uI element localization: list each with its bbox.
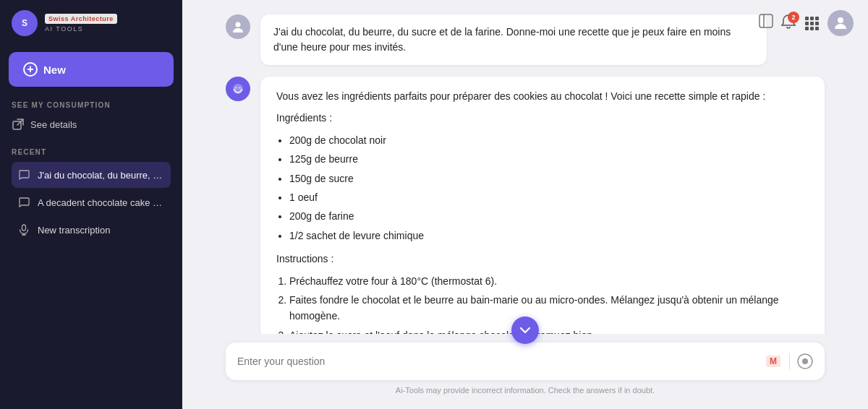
user-avatar[interactable] xyxy=(827,10,854,36)
user-message-bubble: J'ai du chocolat, du beurre, du sucre et… xyxy=(260,14,767,65)
user-avatar-chat xyxy=(226,14,250,39)
brand-block: Swiss Architecture AI TOOLS xyxy=(45,14,117,33)
see-details-label: See details xyxy=(30,119,77,130)
ingredient-5: 200g de farine xyxy=(289,208,809,224)
input-divider xyxy=(789,353,790,369)
external-link-icon xyxy=(12,118,25,131)
grid-icon xyxy=(805,17,819,30)
svg-point-8 xyxy=(236,22,241,27)
disclaimer-text: Ai-Tools may provide incorrect informati… xyxy=(226,386,825,395)
recent-item-3[interactable]: New transcription xyxy=(12,217,171,243)
sidebar: S Swiss Architecture AI TOOLS + New SEE … xyxy=(0,0,182,409)
recent-item-label-2: A decadent chocolate cake o... xyxy=(38,197,165,208)
user-message-text: J'ai du chocolat, du beurre, du sucre et… xyxy=(273,26,731,53)
recent-item-label-3: New transcription xyxy=(38,225,110,236)
svg-line-3 xyxy=(17,120,23,126)
ingredient-3: 150g de sucre xyxy=(289,171,809,186)
brand-name: Swiss Architecture xyxy=(45,14,117,25)
mic-icon xyxy=(17,223,30,236)
ingredient-4: 1 oeuf xyxy=(289,189,809,205)
chat-icon-1 xyxy=(17,168,30,181)
ai-ingredients-label: Ingrédients : xyxy=(276,110,809,126)
logo-icon: S xyxy=(12,10,38,36)
user-message-row: J'ai du chocolat, du beurre, du sucre et… xyxy=(226,14,825,65)
recent-section: RECENT J'ai du chocolat, du beurre, d...… xyxy=(0,141,182,250)
send-button[interactable] xyxy=(797,353,813,369)
plus-icon: + xyxy=(23,62,38,77)
recent-label: RECENT xyxy=(12,148,171,156)
notification-button[interactable]: 2 xyxy=(780,14,796,33)
svg-text:S: S xyxy=(22,18,27,28)
recent-item-1[interactable]: J'ai du chocolat, du beurre, d... xyxy=(12,162,171,188)
consumption-section: SEE MY CONSUMPTION See details xyxy=(0,98,182,141)
svg-rect-4 xyxy=(22,225,26,231)
svg-text:M: M xyxy=(770,356,777,366)
ai-instructions-list: Préchauffez votre four à 180°C (thermost… xyxy=(289,273,809,334)
main-content: 2 J'ai du xyxy=(182,0,868,409)
svg-point-17 xyxy=(802,358,808,364)
ai-avatar-chat xyxy=(226,77,250,101)
ai-instructions-label: Instructions : xyxy=(276,251,809,267)
svg-point-10 xyxy=(236,87,237,89)
ingredient-6: 1/2 sachet de levure chimique xyxy=(289,228,809,244)
input-box: M xyxy=(226,343,825,380)
ai-intro-text: Vous avez les ingrédients parfaits pour … xyxy=(276,88,809,104)
instruction-3: Ajoutez le sucre et l'oeuf dans le mélan… xyxy=(289,327,809,334)
ingredient-1: 200g de chocolat noir xyxy=(289,132,809,148)
svg-point-11 xyxy=(239,87,241,89)
instruction-2: Faites fondre le chocolat et le beurre a… xyxy=(289,292,809,324)
notification-badge: 2 xyxy=(788,12,799,23)
new-button-label: New xyxy=(43,64,66,76)
ai-message-row: Vous avez les ingrédients parfaits pour … xyxy=(226,77,825,334)
chat-area: J'ai du chocolat, du beurre, du sucre et… xyxy=(182,0,868,334)
consumption-label: SEE MY CONSUMPTION xyxy=(12,101,171,109)
ai-message-bubble: Vous avez les ingrédients parfaits pour … xyxy=(260,77,825,334)
ingredient-2: 125g de beurre xyxy=(289,151,809,167)
new-button[interactable]: + New xyxy=(9,52,174,87)
instruction-1: Préchauffez votre four à 180°C (thermost… xyxy=(289,273,809,289)
svg-point-7 xyxy=(838,17,843,23)
sidebar-header: S Swiss Architecture AI TOOLS xyxy=(0,0,182,46)
top-bar: 2 xyxy=(766,0,868,46)
input-area: M Ai-Tools may provide incorrect informa… xyxy=(182,334,868,409)
attachment-or-model-button[interactable]: M xyxy=(765,353,782,370)
scroll-down-button[interactable] xyxy=(511,317,539,344)
grid-menu-button[interactable] xyxy=(805,17,819,30)
see-details-button[interactable]: See details xyxy=(12,115,77,134)
ai-ingredients-list: 200g de chocolat noir 125g de beurre 150… xyxy=(289,132,809,244)
chat-icon-2 xyxy=(17,196,30,209)
question-input[interactable] xyxy=(237,356,757,367)
brand-sub: AI TOOLS xyxy=(45,25,117,33)
recent-item-2[interactable]: A decadent chocolate cake o... xyxy=(12,189,171,215)
recent-item-label-1: J'ai du chocolat, du beurre, d... xyxy=(38,170,165,181)
